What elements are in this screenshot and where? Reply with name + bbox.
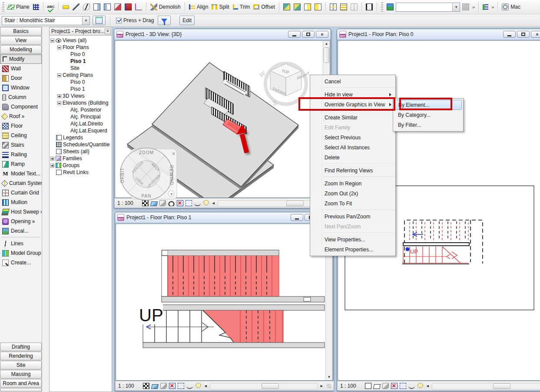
scroll-left-icon[interactable]: ◄ xyxy=(426,384,430,388)
shadows-icon[interactable] xyxy=(382,383,389,389)
tab-room-and-area[interactable]: Room and Area xyxy=(0,379,42,388)
detail-level-icon[interactable] xyxy=(143,383,149,389)
tab-view[interactable]: View xyxy=(0,36,42,45)
combo-dropdown-icon[interactable]: ▼ xyxy=(452,3,460,11)
temporary-hide-icon[interactable] xyxy=(194,200,201,206)
menu-item-override-graphics[interactable]: Override Graphics in View xyxy=(311,99,395,109)
unjoin-geometry-button[interactable] xyxy=(292,3,302,11)
visibility-list-button[interactable] xyxy=(481,3,490,11)
edit-button[interactable]: Edit xyxy=(179,16,195,25)
demolish-button[interactable]: Demolish xyxy=(149,3,182,11)
detail-level-icon[interactable] xyxy=(365,383,371,389)
scroll-up-icon[interactable]: ▲ xyxy=(324,41,329,47)
press-drag-checkbox[interactable]: Press + Drag xyxy=(115,16,155,24)
model-graphics-icon[interactable] xyxy=(373,384,381,389)
scroll-left-icon[interactable]: ◄ xyxy=(212,201,215,205)
reveal-hidden-icon[interactable] xyxy=(203,200,209,206)
spelling-button[interactable]: ABC xyxy=(46,3,56,11)
tool-mullion[interactable]: Mullion xyxy=(0,198,42,207)
steering-wheel[interactable]: ✕ ▼ ZOOM PAN ORBIT REWIND CENTER WALK LO… xyxy=(116,142,179,203)
tape-measure-button[interactable] xyxy=(61,4,70,10)
menu-item-delete[interactable]: Delete xyxy=(311,152,395,162)
tree-site-plan[interactable]: Site xyxy=(50,65,112,72)
resize-grip[interactable] xyxy=(327,384,331,388)
menu-item-cancel[interactable]: Cancel xyxy=(311,76,395,86)
collapse-icon[interactable] xyxy=(57,73,61,77)
tree-sheets[interactable]: Sheets (all) xyxy=(50,148,112,155)
viewcube[interactable]: W S TOP FRONT RIGHT xyxy=(257,58,313,110)
view-scale[interactable]: 1 : 100 xyxy=(118,383,134,389)
tool-decal[interactable]: Decal... xyxy=(0,226,42,236)
split-button[interactable]: Split xyxy=(210,3,230,11)
tool-window[interactable]: Window xyxy=(0,83,42,92)
tool-modify[interactable]: Modify xyxy=(0,54,42,64)
submenu-item-by-element[interactable]: By Element... xyxy=(394,100,462,110)
wall-joins-button[interactable] xyxy=(328,3,338,11)
menu-item-find-referring-views[interactable]: Find Referring Views xyxy=(311,165,395,175)
crop-region-icon[interactable] xyxy=(400,383,406,389)
tree-alc-lat-direito[interactable]: Alç.Lat.Direito xyxy=(50,120,112,127)
tool-host-sweep[interactable]: Host Sweep » xyxy=(0,207,42,217)
tool-wall[interactable]: Wall xyxy=(0,64,42,73)
minimize-button[interactable] xyxy=(503,31,516,38)
scroll-left-icon[interactable]: ◄ xyxy=(204,384,208,388)
tree-alc-posterior[interactable]: Alç. Posterior xyxy=(50,106,112,113)
scroll-down-icon[interactable]: ▼ xyxy=(326,374,332,380)
match-type-button[interactable] xyxy=(71,3,81,11)
tool-stairs[interactable]: Stairs xyxy=(0,140,42,150)
tool-lines[interactable]: Lines xyxy=(0,239,42,248)
tree-views-all[interactable]: Views (all) xyxy=(50,37,112,44)
overflow-chevron[interactable]: » xyxy=(471,4,476,10)
tool-door[interactable]: Door xyxy=(0,73,42,83)
tool-column[interactable]: Column xyxy=(0,92,42,102)
piso1-titlebar[interactable]: RVT Project1 - Floor Plan: Piso 1 × xyxy=(115,212,333,223)
browser-close-icon[interactable]: ✕ xyxy=(105,29,111,34)
tool-component[interactable]: Component xyxy=(0,102,42,112)
tool-floor[interactable]: Floor xyxy=(0,121,42,131)
door-tool-button-2[interactable] xyxy=(103,3,112,11)
tree-alc-principal[interactable]: Alç. Principal xyxy=(50,113,112,120)
shadows-icon[interactable] xyxy=(160,383,167,389)
render-view-combo[interactable]: ▼ xyxy=(396,3,460,12)
3d-window-titlebar[interactable]: RVT Project1 - 3D View: {3D} × xyxy=(114,29,331,40)
work-plane-button[interactable]: Plane xyxy=(7,3,31,11)
piso1-horizontal-scrollbar[interactable] xyxy=(210,383,318,389)
toolbar-grip[interactable] xyxy=(381,2,383,12)
tree-schedules[interactable]: Schedules/Quantitie xyxy=(50,141,112,148)
scroll-right-icon[interactable]: ► xyxy=(320,384,324,388)
type-selector-dropdown-icon[interactable]: ▼ xyxy=(82,16,89,25)
paint-button[interactable] xyxy=(113,3,123,11)
corner-tool-button[interactable] xyxy=(134,3,143,11)
uncut-geometry-button[interactable] xyxy=(313,3,323,11)
temporary-hide-icon[interactable] xyxy=(186,383,193,389)
element-properties-button[interactable] xyxy=(93,16,106,25)
piso0-horizontal-scrollbar[interactable] xyxy=(432,383,540,389)
offset-button[interactable]: Offset xyxy=(252,3,276,11)
model-graphics-icon[interactable] xyxy=(151,384,159,389)
tree-ceiling-piso1[interactable]: Piso 1 xyxy=(50,86,112,92)
minimize-button[interactable] xyxy=(288,31,301,38)
linework-button[interactable] xyxy=(82,3,91,11)
reveal-constraints-button[interactable] xyxy=(364,3,374,11)
crop-region-icon[interactable] xyxy=(178,383,184,389)
reveal-hidden-icon[interactable] xyxy=(417,383,424,389)
collapse-icon[interactable] xyxy=(57,46,61,49)
tab-massing[interactable]: Massing xyxy=(0,370,42,379)
tree-revit-links[interactable]: Revit Links xyxy=(50,169,112,176)
grid-button[interactable] xyxy=(32,3,40,11)
menu-item-select-previous[interactable]: Select Previous xyxy=(311,132,395,142)
collapse-icon[interactable] xyxy=(50,39,54,43)
tool-railing[interactable]: Railing xyxy=(0,150,42,159)
tree-piso1-plan[interactable]: Piso 1 xyxy=(50,58,112,65)
tool-opening[interactable]: @Opening » xyxy=(0,217,42,226)
tool-model-text[interactable]: MModel Text... xyxy=(0,169,42,178)
submenu-item-by-filter[interactable]: By Filter... xyxy=(394,120,462,130)
submenu-item-by-category[interactable]: By Category... xyxy=(394,110,462,120)
piso1-canvas[interactable]: UP ▲ ▼ xyxy=(116,224,333,381)
minimize-button[interactable] xyxy=(291,214,303,221)
tree-elevations[interactable]: Elevations (Building xyxy=(50,99,112,106)
tree-floor-plans[interactable]: Floor Plans xyxy=(50,44,112,51)
view-scale[interactable]: 1 : 100 xyxy=(340,383,356,389)
tree-legends[interactable]: Legends xyxy=(50,134,112,141)
maximize-button[interactable] xyxy=(517,31,530,38)
